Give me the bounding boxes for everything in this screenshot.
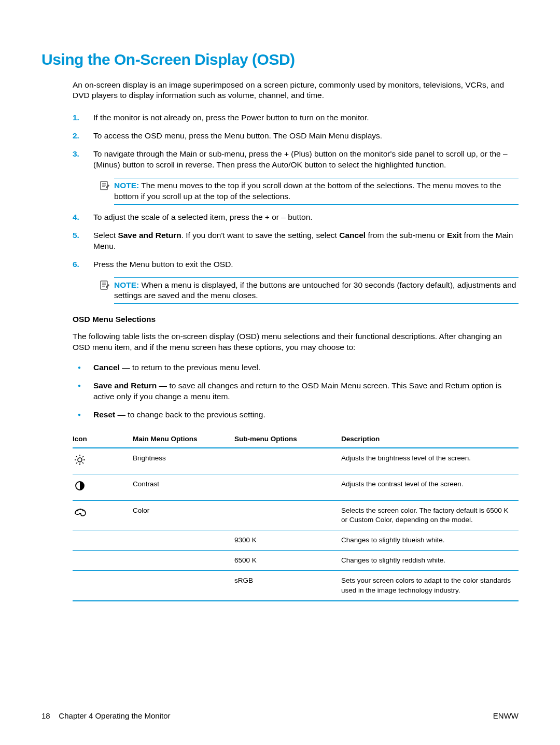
cell-desc: Selects the screen color. The factory de… <box>341 500 519 530</box>
step-text: To access the OSD menu, press the Menu b… <box>93 131 382 140</box>
th-main: Main Menu Options <box>133 431 234 448</box>
footer-right: ENWW <box>493 711 519 721</box>
step-text: If the monitor is not already on, press … <box>93 113 369 122</box>
table-row: 9300 K Changes to slightly blueish white… <box>73 530 519 550</box>
step-number: 2. <box>73 131 79 142</box>
page-number: 18 <box>41 711 50 720</box>
note-block: NOTE: When a menu is displayed, if the b… <box>114 277 519 304</box>
svg-point-19 <box>80 509 81 510</box>
step-number: 1. <box>73 113 79 123</box>
svg-rect-4 <box>101 281 107 289</box>
choice-cancel: Cancel — to return to the previous menu … <box>73 362 519 373</box>
step-5: 5.Select Save and Return. If you don't w… <box>73 230 519 252</box>
cell-main: Brightness <box>133 448 234 474</box>
cell-desc: Adjusts the contrast level of the screen… <box>341 474 519 500</box>
svg-point-20 <box>82 510 84 511</box>
cell-icon <box>73 530 133 550</box>
step-number: 4. <box>73 212 79 223</box>
brightness-icon <box>73 448 133 474</box>
th-icon: Icon <box>73 431 133 448</box>
table-row: sRGB Sets your screen colors to adapt to… <box>73 571 519 601</box>
note-icon <box>100 181 110 193</box>
contrast-icon <box>73 474 133 500</box>
th-desc: Description <box>341 431 519 448</box>
cell-sub <box>234 500 341 530</box>
th-sub: Sub-menu Options <box>234 431 341 448</box>
step-text: Press the Menu button to exit the OSD. <box>93 260 233 269</box>
note-body: When a menu is displayed, if the buttons… <box>114 280 516 300</box>
page-title: Using the On-Screen Display (OSD) <box>41 49 519 71</box>
svg-point-8 <box>78 458 82 462</box>
cell-sub <box>234 448 341 474</box>
cell-sub: sRGB <box>234 571 341 601</box>
note-label: NOTE: <box>114 280 139 289</box>
svg-line-16 <box>82 456 83 457</box>
osd-menu-selections-heading: OSD Menu Selections <box>73 314 519 325</box>
svg-line-14 <box>82 462 83 463</box>
table-row: Contrast Adjusts the contrast level of t… <box>73 474 519 500</box>
note-body: The menu moves to the top if you scroll … <box>114 181 501 201</box>
osd-menu-selections-intro: The following table lists the on-screen … <box>73 331 519 353</box>
choice-reset: Reset — to change back to the previous s… <box>73 410 519 420</box>
cell-sub: 6500 K <box>234 551 341 571</box>
cell-desc: Changes to slightly reddish white. <box>341 551 519 571</box>
cell-main: Color <box>133 500 234 530</box>
step-3: 3.To navigate through the Main or sub-me… <box>73 149 519 205</box>
step-text: To navigate through the Main or sub-menu… <box>93 149 508 169</box>
cell-main <box>133 571 234 601</box>
step-number: 5. <box>73 230 79 241</box>
cell-desc: Changes to slightly blueish white. <box>341 530 519 550</box>
osd-table: Icon Main Menu Options Sub-menu Options … <box>73 431 519 601</box>
table-row: 6500 K Changes to slightly reddish white… <box>73 551 519 571</box>
step-4: 4.To adjust the scale of a selected item… <box>73 212 519 223</box>
cell-sub <box>234 474 341 500</box>
step-number: 6. <box>73 259 79 270</box>
step-1: 1.If the monitor is not already on, pres… <box>73 113 519 123</box>
cell-desc: Sets your screen colors to adapt to the … <box>341 571 519 601</box>
svg-rect-0 <box>101 181 107 190</box>
step-text: Select Save and Return. If you don't wan… <box>93 231 513 250</box>
svg-line-15 <box>76 462 77 463</box>
cell-main <box>133 551 234 571</box>
svg-point-18 <box>77 510 79 511</box>
table-row: Color Selects the screen color. The fact… <box>73 500 519 530</box>
cell-icon <box>73 551 133 571</box>
note-block: NOTE: The menu moves to the top if you s… <box>114 178 519 205</box>
step-6: 6.Press the Menu button to exit the OSD.… <box>73 259 519 304</box>
intro-paragraph: An on-screen display is an image superim… <box>73 80 519 102</box>
table-row: Brightness Adjusts the brightness level … <box>73 448 519 474</box>
choice-save-return: Save and Return — to save all changes an… <box>73 381 519 402</box>
step-text: To adjust the scale of a selected item, … <box>93 213 313 221</box>
footer-left: 18 Chapter 4 Operating the Monitor <box>41 711 170 721</box>
steps-list: 1.If the monitor is not already on, pres… <box>73 113 519 304</box>
choices-list: Cancel — to return to the previous menu … <box>73 362 519 420</box>
cell-main <box>133 530 234 550</box>
step-2: 2.To access the OSD menu, press the Menu… <box>73 131 519 142</box>
page: Using the On-Screen Display (OSD) An on-… <box>0 0 560 745</box>
cell-desc: Adjusts the brightness level of the scre… <box>341 448 519 474</box>
cell-sub: 9300 K <box>234 530 341 550</box>
note-icon <box>100 280 110 293</box>
note-label: NOTE: <box>114 181 139 190</box>
page-footer: 18 Chapter 4 Operating the Monitor ENWW <box>41 711 519 721</box>
cell-icon <box>73 571 133 601</box>
svg-line-13 <box>76 456 77 457</box>
chapter-label: Chapter 4 Operating the Monitor <box>59 711 170 720</box>
cell-main: Contrast <box>133 474 234 500</box>
color-icon <box>73 500 133 530</box>
step-number: 3. <box>73 149 79 160</box>
